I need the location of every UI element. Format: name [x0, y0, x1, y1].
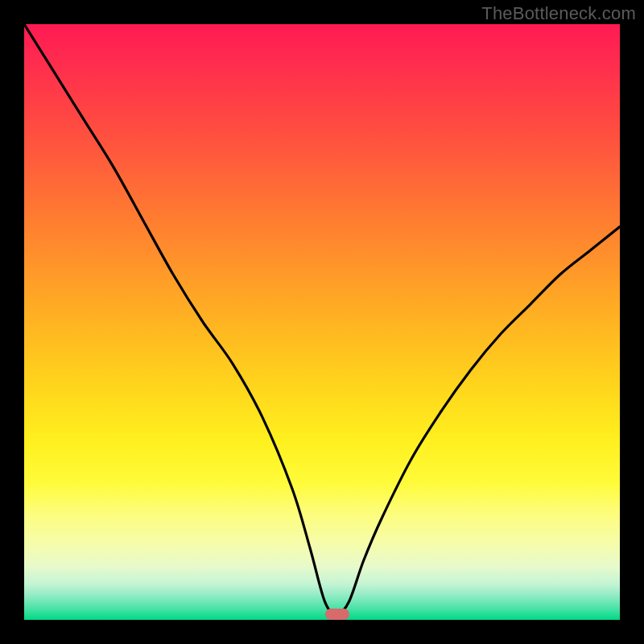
chart-frame: TheBottleneck.com [0, 0, 644, 644]
minimum-marker [325, 609, 349, 620]
watermark-text: TheBottleneck.com [481, 3, 636, 24]
bottleneck-curve [24, 24, 620, 620]
plot-area [24, 24, 620, 620]
curve-path [24, 24, 620, 614]
